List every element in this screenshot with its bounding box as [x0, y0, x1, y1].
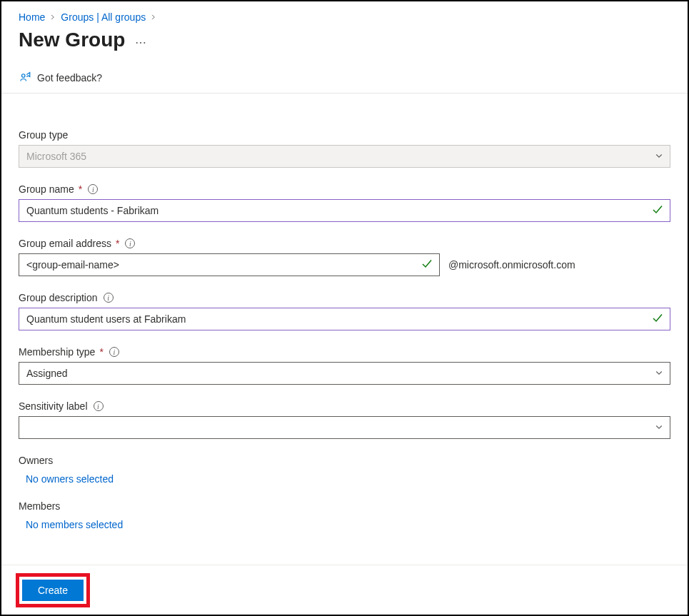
sensitivity-label-select[interactable]	[19, 416, 670, 439]
membership-type-label: Membership type* i	[19, 346, 670, 358]
footer-bar: Create	[1, 565, 688, 615]
group-email-input[interactable]	[19, 253, 440, 276]
breadcrumb: Home Groups | All groups	[19, 11, 670, 23]
email-domain-text: @microsoft.onmicrosoft.com	[448, 259, 575, 271]
owners-label: Owners	[19, 455, 670, 466]
info-icon[interactable]: i	[104, 293, 114, 303]
create-button[interactable]: Create	[22, 580, 84, 601]
group-type-label: Group type	[19, 129, 670, 141]
breadcrumb-home[interactable]: Home	[19, 11, 45, 23]
group-name-input[interactable]	[19, 199, 670, 222]
group-description-input[interactable]	[19, 308, 670, 330]
group-email-label: Group email address* i	[19, 238, 670, 249]
owners-selected-link[interactable]: No owners selected	[19, 473, 670, 485]
group-description-label: Group description i	[19, 292, 670, 303]
membership-type-select[interactable]: Assigned	[19, 362, 670, 385]
feedback-text: Got feedback?	[37, 72, 102, 84]
form-scroll-area[interactable]: Group type Microsoft 365 Group name* i	[1, 113, 688, 565]
create-button-highlight: Create	[16, 573, 90, 607]
members-label: Members	[19, 500, 670, 512]
sensitivity-label-label: Sensitivity label i	[19, 400, 670, 412]
breadcrumb-groups[interactable]: Groups | All groups	[61, 11, 146, 23]
more-actions-button[interactable]: ⋯	[135, 31, 147, 49]
chevron-right-icon	[150, 14, 157, 21]
svg-point-0	[22, 74, 26, 78]
info-icon[interactable]: i	[125, 238, 135, 248]
info-icon[interactable]: i	[109, 347, 119, 357]
group-name-label: Group name* i	[19, 183, 670, 195]
group-type-select[interactable]: Microsoft 365	[19, 145, 670, 168]
feedback-link[interactable]: Got feedback?	[1, 71, 688, 94]
info-icon[interactable]: i	[88, 184, 98, 194]
feedback-icon	[19, 71, 31, 84]
chevron-right-icon	[49, 14, 56, 21]
page-title: New Group	[19, 29, 125, 51]
members-selected-link[interactable]: No members selected	[19, 519, 670, 530]
info-icon[interactable]: i	[94, 401, 104, 411]
